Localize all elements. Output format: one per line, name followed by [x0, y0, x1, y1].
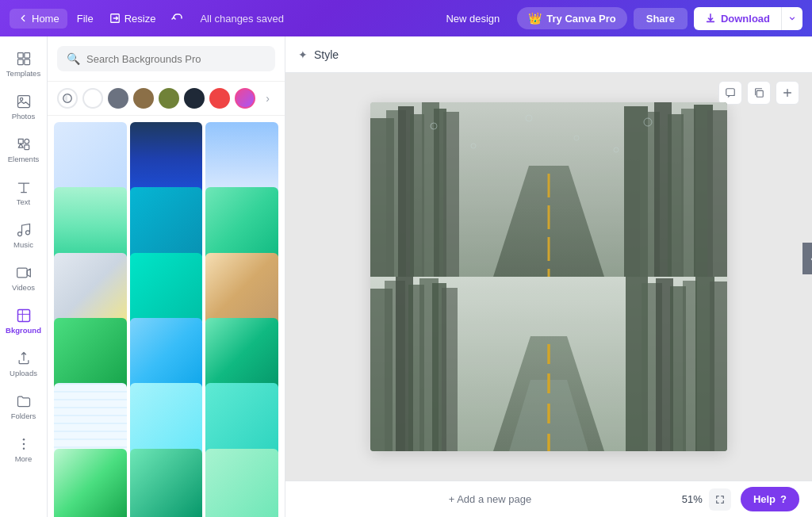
undo-button[interactable]: [165, 8, 190, 29]
resize-label: Resize: [124, 13, 156, 25]
background-thumbnail[interactable]: [130, 383, 203, 456]
background-thumbnail[interactable]: [205, 383, 278, 456]
background-thumbnail[interactable]: [130, 449, 203, 517]
more-label: More: [15, 454, 33, 463]
canvas-area: ✦ Style: [285, 36, 812, 517]
add-tool-button[interactable]: [776, 81, 799, 105]
text-icon: [16, 179, 32, 195]
file-button[interactable]: File: [71, 9, 100, 29]
svg-rect-45: [370, 102, 727, 277]
svg-rect-18: [756, 90, 763, 97]
color-filter-icon[interactable]: [57, 88, 78, 109]
undo-icon: [171, 12, 184, 25]
sparkle-icon: ✦: [298, 48, 308, 61]
upload-icon: [16, 350, 32, 366]
resize-button[interactable]: Resize: [103, 9, 163, 29]
svg-rect-17: [726, 89, 735, 96]
background-thumbnail[interactable]: [130, 187, 203, 260]
sidebar-item-photos[interactable]: Photos: [2, 86, 46, 128]
sidebar-item-uploads[interactable]: Uploads: [2, 343, 46, 385]
sidebar-item-text[interactable]: Text: [2, 171, 46, 214]
try-canva-pro-button[interactable]: 👑 Try Canva Pro: [517, 7, 626, 29]
canvas-content: [370, 102, 727, 451]
background-thumbnail[interactable]: [54, 122, 127, 195]
svg-rect-5: [17, 96, 29, 108]
color-more-button[interactable]: ›: [260, 88, 275, 109]
folders-label: Folders: [11, 412, 36, 420]
color-gray[interactable]: [108, 88, 128, 109]
comment-tool-button[interactable]: [718, 81, 742, 105]
svg-rect-3: [17, 59, 23, 65]
background-thumbnail[interactable]: [54, 383, 127, 456]
svg-point-9: [17, 232, 21, 236]
chevron-left-icon: [17, 13, 29, 24]
sidebar-item-music[interactable]: Music: [2, 214, 46, 257]
svg-rect-67: [370, 277, 727, 451]
more-icon: [16, 436, 32, 452]
color-pink[interactable]: [235, 88, 255, 109]
help-label: Help: [753, 493, 776, 505]
color-brown[interactable]: [133, 88, 154, 109]
music-icon: [16, 222, 32, 238]
download-options-button[interactable]: [781, 7, 802, 30]
elements-label: Elements: [8, 155, 40, 163]
home-button[interactable]: Home: [10, 9, 67, 29]
chevron-down-icon: [788, 14, 796, 22]
background-thumbnail[interactable]: [54, 187, 127, 260]
search-box[interactable]: 🔍: [57, 46, 275, 71]
sidebar-item-videos[interactable]: Videos: [2, 257, 46, 300]
add-page-button[interactable]: + Add a new page: [298, 487, 682, 511]
main-layout: Templates Photos Elements Text: [0, 36, 812, 517]
grid-icon: [16, 51, 32, 67]
new-design-button[interactable]: New design: [435, 8, 511, 29]
templates-label: Templates: [6, 69, 40, 78]
color-red[interactable]: [209, 88, 230, 109]
background-thumbnail[interactable]: [205, 449, 278, 517]
music-label: Music: [13, 240, 33, 249]
help-icon: ?: [780, 493, 787, 505]
download-button[interactable]: Download: [694, 7, 781, 30]
copy-icon: [753, 87, 764, 98]
background-thumbnail[interactable]: [54, 253, 127, 326]
share-label: Share: [646, 13, 675, 25]
color-white[interactable]: [82, 88, 103, 109]
crown-icon: 👑: [528, 12, 542, 25]
sidebar-item-folders[interactable]: Folders: [2, 385, 46, 428]
background-thumbnail[interactable]: [205, 253, 278, 326]
background-thumbnail[interactable]: [130, 122, 203, 195]
color-olive[interactable]: [159, 88, 179, 109]
bkground-label: Bkground: [6, 326, 41, 335]
download-icon: [705, 13, 716, 24]
svg-point-14: [22, 443, 25, 446]
svg-rect-12: [17, 310, 29, 322]
videos-label: Videos: [12, 283, 35, 292]
background-thumbnail[interactable]: [54, 318, 127, 391]
color-black[interactable]: [184, 88, 205, 109]
text-label: Text: [17, 197, 30, 206]
zoom-expand-button[interactable]: [709, 488, 731, 511]
canvas-image-bottom: [370, 277, 727, 451]
road-scene-top-svg: [370, 102, 727, 277]
svg-rect-1: [17, 53, 23, 59]
photos-icon: [16, 94, 32, 109]
download-group: Download: [694, 7, 802, 30]
plus-icon: [782, 87, 793, 98]
background-thumbnail[interactable]: [54, 449, 127, 517]
bottom-bar: + Add a new page 51% Help ?: [285, 481, 812, 517]
sidebar-item-elements[interactable]: Elements: [2, 128, 46, 171]
home-label: Home: [32, 13, 59, 25]
background-thumbnail[interactable]: [205, 122, 278, 195]
search-input[interactable]: [86, 53, 266, 65]
sidebar-item-bkground[interactable]: Bkground: [2, 300, 46, 343]
sidebar-item-templates[interactable]: Templates: [2, 43, 46, 86]
background-thumbnail[interactable]: [205, 318, 278, 391]
help-button[interactable]: Help ?: [741, 487, 799, 511]
share-button[interactable]: Share: [634, 8, 688, 29]
search-icon: 🔍: [67, 52, 80, 65]
background-thumbnail[interactable]: [130, 253, 203, 326]
sidebar-item-more[interactable]: More: [2, 428, 46, 471]
copy-tool-button[interactable]: [747, 81, 771, 105]
svg-point-13: [22, 438, 25, 441]
background-thumbnail[interactable]: [205, 187, 278, 260]
background-thumbnail[interactable]: [130, 318, 203, 391]
